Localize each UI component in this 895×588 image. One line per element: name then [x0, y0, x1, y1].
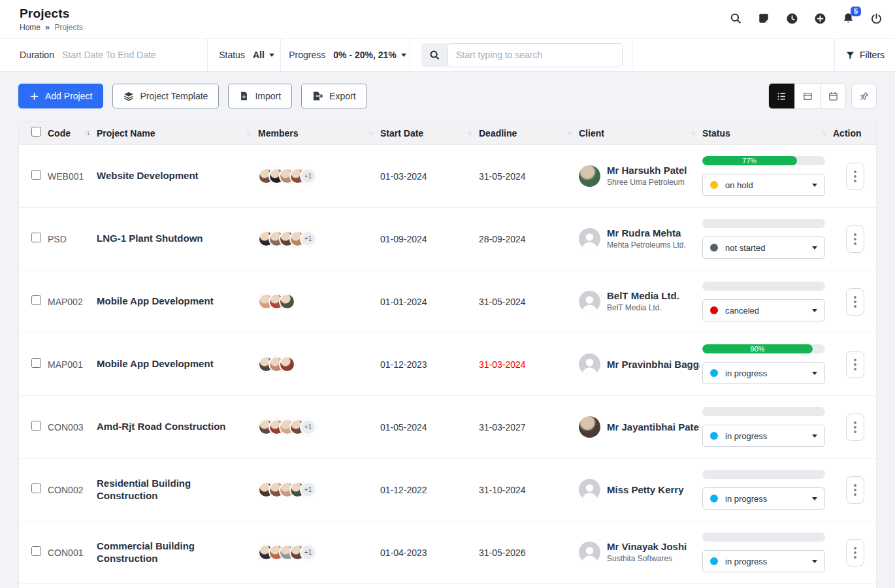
header-start-date[interactable]: Start Date ↑↓ — [380, 128, 479, 139]
status-dropdown[interactable]: in progress — [702, 550, 825, 572]
row-checkbox[interactable] — [31, 546, 41, 556]
search-icon[interactable] — [728, 11, 743, 25]
client-name-link[interactable]: Mr Vinayak Joshi — [607, 541, 687, 552]
status-filter-value[interactable]: All — [253, 50, 274, 60]
calendar-view-button[interactable] — [820, 84, 845, 108]
status-dot — [710, 306, 718, 314]
project-name-link[interactable]: LNG-1 Plant Shutdown — [97, 233, 258, 245]
row-checkbox-cell — [19, 170, 48, 182]
power-icon[interactable] — [869, 11, 883, 25]
list-view-button[interactable] — [769, 84, 794, 108]
client-name-link[interactable]: Mr Harsukh Patel — [607, 165, 687, 176]
duration-input[interactable] — [62, 50, 186, 60]
row-actions-button[interactable] — [846, 225, 864, 253]
chevron-down-icon — [812, 184, 817, 187]
client-cell: Mr Jayantibhai Patel — [579, 416, 702, 438]
add-circle-icon[interactable] — [813, 11, 827, 25]
row-checkbox[interactable] — [31, 421, 41, 431]
progress-percent-label: 90% — [751, 345, 765, 353]
member-count-badge: +1 — [300, 231, 316, 247]
status-dropdown[interactable]: in progress — [702, 487, 825, 510]
import-button[interactable]: Import — [228, 84, 292, 108]
projects-table: Code ↑↓ Project Name ↑↓ Members ↑↓ Start… — [18, 121, 877, 588]
member-avatars[interactable] — [258, 293, 380, 310]
row-actions-button[interactable] — [846, 539, 864, 566]
select-all-checkbox[interactable] — [31, 127, 41, 137]
pinned-view-button[interactable] — [851, 84, 877, 108]
row-actions-button[interactable] — [846, 414, 864, 441]
row-actions-button[interactable] — [846, 163, 864, 190]
chevron-down-icon — [401, 54, 406, 57]
client-name-link[interactable]: Mr Rudra Mehta — [607, 227, 686, 238]
chevron-down-icon — [269, 54, 274, 57]
member-avatars[interactable]: +1 — [258, 544, 380, 561]
row-actions-button[interactable] — [846, 476, 864, 504]
top-header: Projects Home » Projects 5 — [0, 0, 895, 38]
note-icon[interactable] — [757, 11, 771, 25]
status-dropdown[interactable]: on hold — [702, 174, 825, 196]
header-status[interactable]: Status ↑↓ — [702, 128, 833, 139]
status-dropdown[interactable]: in progress — [702, 362, 825, 384]
breadcrumb-separator: » — [45, 23, 50, 32]
row-checkbox[interactable] — [31, 233, 41, 242]
client-name-link[interactable]: Miss Petty Kerry — [607, 484, 684, 495]
status-dropdown[interactable]: in progress — [702, 425, 825, 447]
client-name-link[interactable]: Mr Pravinbhai Bagga — [607, 359, 700, 370]
progress-bar: 77% — [702, 156, 825, 165]
header-deadline[interactable]: Deadline ↑↓ — [479, 128, 579, 139]
action-cell — [833, 163, 876, 190]
clock-icon[interactable] — [785, 11, 799, 25]
status-dropdown[interactable]: not started — [702, 237, 825, 259]
member-avatars[interactable] — [258, 356, 380, 372]
filterbar-spacer — [632, 39, 835, 71]
sort-icon: ↑↓ — [368, 129, 372, 137]
filters-button[interactable]: Filters — [845, 50, 885, 60]
notifications-bell-icon[interactable]: 5 — [841, 11, 855, 25]
row-checkbox[interactable] — [31, 358, 41, 368]
progress-filter[interactable]: Progress 0% - 20%, 21% — [281, 39, 410, 71]
row-checkbox[interactable] — [31, 483, 41, 493]
member-avatars[interactable]: +1 — [258, 231, 380, 247]
file-export-icon — [312, 91, 323, 101]
status-cell: in progress — [702, 470, 833, 510]
view-toggle-group — [768, 83, 846, 109]
add-project-button[interactable]: Add Project — [18, 84, 103, 108]
project-name-link[interactable]: Amd-Rjt Road Construction — [97, 421, 258, 433]
table-row: CON002 Residential Building Construction… — [19, 459, 876, 521]
row-checkbox[interactable] — [31, 170, 41, 180]
export-button[interactable]: Export — [301, 84, 366, 108]
row-checkbox[interactable] — [31, 295, 41, 305]
table-row: CON001 Commercial Building Construction … — [19, 521, 876, 584]
breadcrumb-home[interactable]: Home — [20, 23, 41, 32]
project-name-link[interactable]: Residential Building Construction — [97, 478, 258, 502]
project-name-link[interactable]: Commercial Building Construction — [97, 540, 258, 565]
project-name-link[interactable]: Website Development — [97, 170, 258, 182]
filter-bar: Duration Status All Progress 0% - 20%, 2… — [0, 38, 895, 72]
member-avatars[interactable]: +1 — [258, 419, 380, 435]
row-actions-button[interactable] — [846, 351, 864, 378]
project-name-link[interactable]: Mobile App Development — [97, 295, 258, 308]
client-avatar — [579, 228, 600, 250]
archive-view-button[interactable] — [794, 84, 820, 108]
status-dot — [710, 495, 718, 502]
status-filter[interactable]: Status All — [208, 39, 281, 71]
project-template-button[interactable]: Project Template — [112, 84, 219, 108]
status-dot — [710, 432, 718, 440]
header-client[interactable]: Client ↑↓ — [579, 128, 702, 139]
client-cell: Mr Rudra Mehta Mehta Petroleums Ltd. — [579, 227, 702, 250]
progress-bar — [702, 470, 825, 479]
member-avatars[interactable]: +1 — [258, 482, 380, 498]
member-avatars[interactable]: +1 — [258, 168, 380, 184]
progress-filter-value[interactable]: 0% - 20%, 21% — [333, 50, 406, 60]
client-name-link[interactable]: Mr Jayantibhai Patel — [607, 421, 700, 433]
status-dropdown[interactable]: canceled — [702, 299, 825, 321]
row-actions-button[interactable] — [846, 288, 864, 316]
notification-count-badge: 5 — [851, 7, 861, 16]
header-project-name[interactable]: Project Name ↑↓ — [97, 128, 258, 139]
header-members[interactable]: Members ↑↓ — [258, 128, 380, 139]
client-name-link[interactable]: BelT Media Ltd. — [607, 290, 679, 301]
search-input[interactable] — [448, 43, 623, 67]
sort-icon: ↑↓ — [246, 129, 250, 137]
header-code[interactable]: Code ↑↓ — [48, 128, 97, 139]
project-name-link[interactable]: Mobile App Development — [97, 358, 258, 370]
